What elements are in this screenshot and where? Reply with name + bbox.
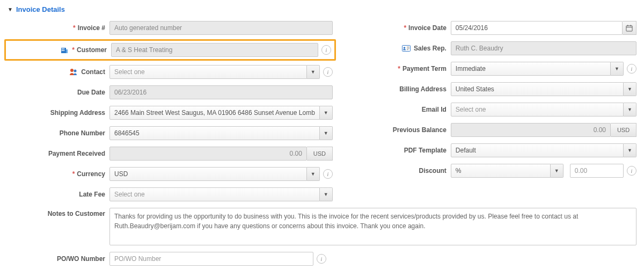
- prev-balance-field: 0.00: [451, 123, 611, 137]
- building-icon: [60, 46, 69, 54]
- payment-term-select[interactable]: Immediate ▼: [451, 62, 624, 76]
- currency-select[interactable]: USD ▼: [109, 167, 320, 181]
- label-invoice-no: *Invoice #: [8, 24, 109, 32]
- dropdown-icon[interactable]: ▼: [320, 187, 333, 201]
- svg-point-6: [70, 69, 74, 72]
- row-shipping: Shipping Address 2466 Main Street West S…: [8, 106, 333, 120]
- row-prev-balance: Previous Balance 0.00 USD: [349, 123, 636, 137]
- po-field[interactable]: PO/WO Number: [109, 252, 313, 266]
- row-late-fee: Late Fee Select one ▼: [8, 187, 333, 201]
- label-po: PO/WO Number: [8, 255, 109, 263]
- svg-rect-2: [63, 48, 64, 49]
- discount-mode-select[interactable]: % ▼: [451, 164, 564, 178]
- shipping-select[interactable]: 2466 Main Street West Saugus, MA 01906 6…: [109, 106, 333, 120]
- label-billing: Billing Address: [349, 85, 451, 93]
- pdf-template-select[interactable]: Default ▼: [451, 143, 636, 157]
- svg-rect-1: [62, 48, 63, 49]
- currency-unit: USD: [307, 147, 333, 161]
- label-email: Email Id: [349, 106, 451, 113]
- info-icon[interactable]: i: [323, 169, 333, 179]
- row-payment-received: Payment Received 0.00 USD: [8, 147, 333, 161]
- svg-rect-8: [626, 25, 632, 31]
- row-invoice-date: *Invoice Date 05/24/2016: [349, 21, 636, 35]
- dropdown-icon[interactable]: ▼: [307, 167, 320, 181]
- customer-highlight: *Customer A & S Heat Treating i: [4, 39, 336, 61]
- row-contact: Contact Select one ▼ i: [8, 65, 333, 79]
- row-due-date: Due Date 06/23/2016: [8, 85, 333, 99]
- payment-received-field: 0.00: [109, 147, 307, 161]
- label-contact: Contact: [8, 68, 109, 76]
- svg-point-13: [404, 47, 406, 49]
- notes-textarea[interactable]: Thanks for providing us the opportunity …: [109, 208, 636, 245]
- calendar-icon[interactable]: [623, 21, 636, 35]
- row-phone: Phone Number 6846545 ▼: [8, 126, 333, 140]
- info-icon[interactable]: i: [627, 64, 636, 74]
- label-invoice-date: *Invoice Date: [349, 24, 451, 32]
- due-date-field: 06/23/2016: [109, 85, 333, 99]
- invoice-form: *Invoice # Auto generated number *Custom…: [8, 21, 636, 272]
- svg-rect-5: [66, 49, 68, 53]
- svg-rect-3: [62, 50, 63, 51]
- discount-value-field[interactable]: 0.00: [570, 164, 624, 178]
- row-notes: Notes to Customer Thanks for providing u…: [8, 208, 636, 245]
- invoice-no-field: Auto generated number: [109, 21, 333, 35]
- late-fee-select[interactable]: Select one ▼: [109, 187, 333, 201]
- info-icon[interactable]: i: [317, 254, 326, 264]
- label-late-fee: Late Fee: [8, 191, 109, 198]
- dropdown-icon[interactable]: ▼: [624, 82, 636, 96]
- chevron-down-icon: ▼: [8, 6, 13, 12]
- section-header[interactable]: ▼ Invoice Details: [8, 5, 636, 13]
- row-email: Email Id Select one ▼: [349, 103, 636, 117]
- row-po: PO/WO Number PO/WO Number i: [8, 252, 636, 266]
- label-payment-received: Payment Received: [8, 150, 109, 157]
- dropdown-icon[interactable]: ▼: [611, 62, 624, 76]
- people-icon: [69, 68, 78, 76]
- svg-point-7: [74, 70, 77, 72]
- label-due-date: Due Date: [8, 89, 109, 96]
- row-pdf-template: PDF Template Default ▼: [349, 143, 636, 157]
- sales-rep-field: Ruth C. Beaudry: [451, 41, 636, 55]
- contact-select[interactable]: Select one ▼: [109, 65, 320, 79]
- dropdown-icon[interactable]: ▼: [551, 164, 564, 178]
- customer-field[interactable]: A & S Heat Treating: [111, 43, 318, 57]
- label-notes: Notes to Customer: [8, 208, 109, 217]
- invoice-date-field[interactable]: 05/24/2016: [451, 21, 623, 35]
- dropdown-icon[interactable]: ▼: [624, 103, 636, 117]
- row-billing: Billing Address United States ▼: [349, 82, 636, 96]
- label-pdf-template: PDF Template: [349, 147, 451, 154]
- dropdown-icon[interactable]: ▼: [307, 65, 320, 79]
- row-invoice-no: *Invoice # Auto generated number: [8, 21, 333, 35]
- label-shipping: Shipping Address: [8, 109, 109, 117]
- id-card-icon: [402, 44, 411, 53]
- label-customer: *Customer: [9, 46, 111, 54]
- label-discount: Discount: [349, 167, 451, 175]
- dropdown-icon[interactable]: ▼: [624, 143, 636, 157]
- row-sales-rep: Sales Rep. Ruth C. Beaudry: [349, 41, 636, 55]
- currency-unit: USD: [611, 123, 636, 137]
- row-payment-term: *Payment Term Immediate ▼ i: [349, 62, 636, 76]
- row-customer: *Customer A & S Heat Treating i: [9, 43, 331, 57]
- label-prev-balance: Previous Balance: [349, 126, 451, 134]
- label-payment-term: *Payment Term: [349, 65, 451, 72]
- info-icon[interactable]: i: [627, 166, 636, 176]
- phone-select[interactable]: 6846545 ▼: [109, 126, 333, 140]
- row-discount: Discount % ▼ 0.00 i: [349, 164, 636, 178]
- label-currency: *Currency: [8, 170, 109, 178]
- dropdown-icon[interactable]: ▼: [320, 106, 333, 120]
- svg-rect-4: [63, 50, 64, 51]
- email-select[interactable]: Select one ▼: [451, 103, 636, 117]
- info-icon[interactable]: i: [323, 67, 333, 77]
- section-title: Invoice Details: [16, 5, 65, 13]
- billing-select[interactable]: United States ▼: [451, 82, 636, 96]
- info-icon[interactable]: i: [321, 45, 331, 55]
- dropdown-icon[interactable]: ▼: [320, 126, 333, 140]
- label-phone: Phone Number: [8, 129, 109, 137]
- label-sales-rep: Sales Rep.: [349, 44, 451, 53]
- row-currency: *Currency USD ▼ i: [8, 167, 333, 181]
